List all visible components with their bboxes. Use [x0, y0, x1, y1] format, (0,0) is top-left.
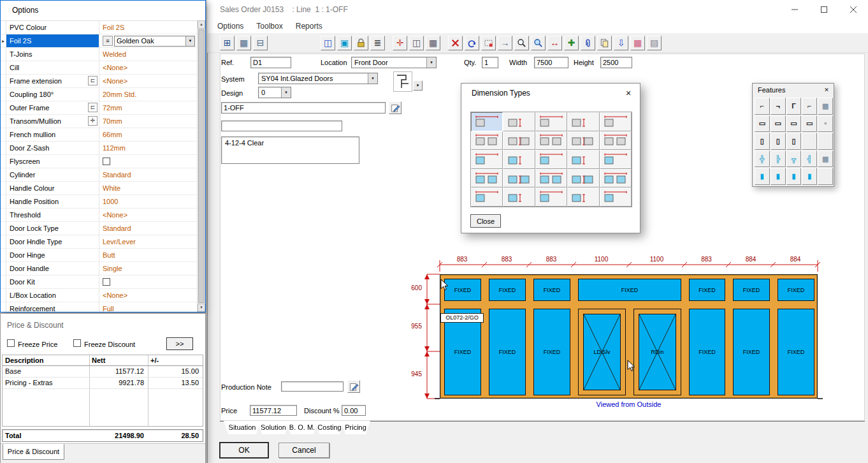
options-scrollbar[interactable]: ▲ ▼ [197, 20, 205, 312]
dimension-type-icon[interactable] [535, 112, 567, 131]
edit-note-icon[interactable] [347, 380, 360, 393]
blank-icon[interactable] [802, 133, 817, 150]
height-input[interactable] [600, 57, 632, 68]
tab-costing[interactable]: Costing [315, 421, 344, 434]
toolbar-undo-icon[interactable] [465, 36, 479, 50]
fixed-pane-top-1[interactable]: FIXED [444, 279, 481, 301]
option-row-door-z-sash[interactable]: Door Z-Sash112mm [1, 142, 197, 155]
option-row-frame-extension[interactable]: Frame extension⊏<None> [1, 75, 197, 88]
width-input[interactable] [534, 57, 568, 68]
tab-situation[interactable]: Situation [224, 421, 261, 434]
dimension-type-icon[interactable] [600, 150, 632, 169]
maximize-icon[interactable] [809, 0, 839, 19]
note-input[interactable] [221, 121, 342, 131]
dimension-type-icon[interactable] [503, 112, 535, 131]
discount-input[interactable] [342, 405, 366, 416]
toolbar-transom-icon[interactable]: ✛ [393, 36, 407, 50]
glazed-panel-icon[interactable]: ▮ [802, 168, 817, 185]
toolbar-column-select-icon[interactable]: ◫ [409, 36, 424, 50]
dimension-type-icon[interactable] [503, 169, 535, 188]
toolbar-zoom-icon[interactable] [514, 36, 529, 50]
option-row-handle-position[interactable]: Handle Position1000 [1, 195, 197, 209]
toolbar-collapse-icon[interactable]: ⊟ [253, 36, 268, 50]
dimension-type-icon[interactable] [567, 169, 599, 188]
toolbar-table-icon[interactable]: ▦ [236, 36, 251, 50]
description-input[interactable] [221, 102, 386, 114]
dimension-type-icon[interactable] [567, 187, 599, 207]
dimension-type-icon[interactable] [535, 150, 567, 169]
fixed-pane-top-3[interactable]: FIXED [533, 279, 570, 301]
scroll-down-icon[interactable]: ▼ [198, 304, 205, 312]
menu-reports[interactable]: Reports [289, 20, 329, 32]
toolbar-lock-icon[interactable] [354, 36, 368, 50]
price-row-pricing-extras[interactable]: Pricing - Extras9921.7813.50 [3, 378, 203, 389]
tab-pricing[interactable]: Pricing [341, 421, 370, 434]
close-button[interactable]: Close [470, 214, 501, 228]
menu-options[interactable]: Options [211, 20, 250, 32]
handle-icon[interactable]: ⌐ [802, 98, 817, 115]
menu-toolbox[interactable]: Toolbox [250, 20, 289, 32]
option-row-l-box-location[interactable]: L/Box Location<None> [1, 289, 197, 302]
toolbar-add-icon[interactable]: ✚ [564, 36, 579, 50]
elevation-drawing[interactable]: FIXEDFIXEDFIXEDFIXEDFIXEDFIXEDFIXEDFIXED… [440, 274, 818, 399]
dimension-type-icon[interactable] [503, 187, 535, 207]
dimension-type-icon[interactable] [471, 187, 503, 207]
bar-icon[interactable]: ▭ [786, 115, 802, 133]
upright-icon[interactable]: ▯ [786, 133, 802, 150]
option-row-threshold[interactable]: Threshold<None> [1, 209, 197, 222]
toolbar-copy-icon[interactable] [597, 36, 612, 50]
fixed-pane-top-6[interactable]: FIXED [733, 279, 770, 301]
chevron-down-icon[interactable]: ▼ [185, 36, 194, 46]
tab-solution[interactable]: Solution [257, 421, 289, 434]
glazed-panel-icon[interactable]: ▮ [786, 168, 802, 185]
option-row-cylinder[interactable]: CylinderStandard [1, 168, 197, 182]
grid-icon[interactable]: ▦ [818, 98, 833, 115]
glazed-panel-icon[interactable]: ▮ [755, 168, 770, 185]
fixed-pane-bottom-6[interactable]: FIXED [689, 309, 725, 395]
system-combo[interactable]: SY04 Int.Glazed Doors ▼ [258, 73, 378, 84]
option-row-pvc-colour[interactable]: PVC ColourFoil 2S [1, 21, 197, 34]
option-row-t-joins[interactable]: T-JoinsWelded [1, 48, 197, 61]
fixed-pane-top-7[interactable]: FIXED [778, 279, 814, 301]
price-row-base[interactable]: Base11577.1215.00 [3, 366, 203, 378]
dimension-type-icon[interactable] [600, 169, 632, 188]
option-row-door-lock-type[interactable]: Door Lock TypeStandard [1, 222, 197, 235]
qty-input[interactable] [482, 57, 498, 68]
expand-button[interactable]: >> [166, 337, 193, 350]
flyscreen-checkbox[interactable] [103, 158, 110, 165]
toolbar-price-grid-icon[interactable]: ▦ [630, 36, 645, 50]
option-row-door-kit[interactable]: Door Kit [1, 276, 197, 289]
upright-icon[interactable]: ▯ [755, 133, 770, 150]
design-combo[interactable]: 0 ▼ [258, 87, 291, 98]
mullion-icon[interactable]: ╬ [755, 151, 770, 168]
bar-icon[interactable]: ▭ [770, 115, 786, 133]
dimension-type-icon[interactable] [471, 150, 503, 169]
toolbar-paperclip-icon[interactable] [581, 36, 595, 50]
toolbar-frame-grid-icon[interactable]: ⊞ [220, 36, 235, 50]
location-combo[interactable]: Front Door ▼ [351, 57, 437, 68]
fixed-pane-top-5[interactable]: FIXED [689, 279, 725, 301]
handle-icon[interactable]: Γ [786, 98, 802, 115]
dimension-type-icon[interactable] [567, 131, 599, 151]
glazed-panel-icon[interactable]: ▮ [770, 168, 786, 185]
fixed-pane-bottom-3[interactable]: FIXED [533, 309, 570, 395]
tab-b-o-m[interactable]: B. O. M. [286, 421, 318, 434]
toolbar-spec-list-icon[interactable]: ≣ [370, 36, 385, 50]
grid-icon[interactable]: ▦ [818, 151, 833, 168]
dimension-type-icon[interactable] [567, 112, 599, 131]
upright-icon[interactable]: ▯ [770, 133, 786, 150]
option-row-cill[interactable]: Cill<None> [1, 61, 197, 75]
colour-list-icon[interactable]: ≡ [103, 36, 113, 46]
dimension-type-icon[interactable] [471, 169, 503, 188]
chevron-down-icon[interactable]: ▼ [368, 73, 377, 84]
mullion-icon[interactable]: ╦ [786, 151, 802, 168]
dimension-type-icon[interactable] [535, 169, 567, 188]
small-panel-icon[interactable]: ▫ [818, 115, 833, 133]
toolbar-zoom-colour-icon[interactable] [531, 36, 546, 50]
toolbar-delete-icon[interactable] [448, 36, 463, 50]
option-row-handle-colour[interactable]: Handle ColourWhite [1, 182, 197, 195]
door-leaf-bottom-5[interactable]: RDin [633, 309, 681, 395]
design-preview-dropdown[interactable]: ▼ [413, 80, 423, 91]
option-row-foil-2s[interactable]: ▸Foil 2S≡Golden Oak▼ [1, 34, 197, 48]
foil-colour-combo[interactable]: Golden Oak▼ [114, 36, 195, 47]
